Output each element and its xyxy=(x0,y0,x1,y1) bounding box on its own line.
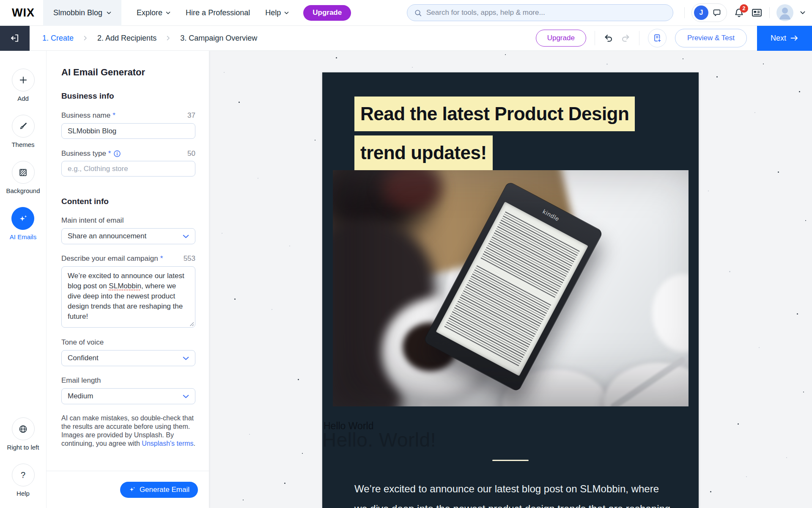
editor-left-rail: Add Themes Background AI Emails Right t xyxy=(0,51,47,508)
editor-stage: Read the latest Product Design trend upd… xyxy=(209,51,812,508)
photo-vignette xyxy=(333,170,689,406)
required-asterisk: * xyxy=(112,111,115,120)
upgrade-button-toolbar[interactable]: Upgrade xyxy=(536,30,586,47)
toolbar-actions: Upgrade Preview & Test Next xyxy=(536,26,812,50)
ai-disclaimer: AI can make mistakes, so double-check th… xyxy=(61,414,195,448)
save-template-button[interactable] xyxy=(648,29,667,47)
arrow-right-icon xyxy=(790,35,798,41)
email-title-line[interactable]: Read the latest Product Design xyxy=(354,97,635,131)
preview-test-button[interactable]: Preview & Test xyxy=(675,29,747,47)
content-info-heading: Content info xyxy=(61,197,195,206)
next-button[interactable]: Next xyxy=(757,26,812,51)
rail-item-themes[interactable]: Themes xyxy=(11,115,34,148)
tone-label: Tone of voice xyxy=(61,338,195,347)
chevron-down-icon xyxy=(183,356,189,360)
main-intent-label: Main intent of email xyxy=(61,216,195,225)
email-length-select[interactable]: Medium xyxy=(61,388,195,404)
char-counter: 50 xyxy=(187,149,195,158)
step-create[interactable]: 1. Create xyxy=(42,34,74,43)
search-icon xyxy=(414,9,422,17)
business-type-input[interactable] xyxy=(61,161,195,177)
email-image-kindle[interactable]: kindle xyxy=(333,170,689,406)
upgrade-button-topbar[interactable]: Upgrade xyxy=(303,5,351,21)
describe-label-row: Describe your email campaign * 553 xyxy=(61,254,195,263)
site-name-menu[interactable]: Slmobbin Blog xyxy=(43,0,121,26)
chevron-down-icon xyxy=(166,11,170,14)
email-title-line[interactable]: trend updates! xyxy=(354,135,493,170)
chevron-right-icon xyxy=(167,36,170,41)
wix-logo[interactable]: WIX xyxy=(12,6,35,19)
step-add-recipients[interactable]: 2. Add Recipients xyxy=(97,34,156,43)
account-avatar[interactable] xyxy=(776,4,793,21)
global-search[interactable] xyxy=(407,4,673,21)
rail-item-right-to-left[interactable]: Right to left xyxy=(7,417,39,451)
main-intent-select[interactable]: Share an announcement xyxy=(61,228,195,244)
notifications-bell[interactable]: 2 xyxy=(734,8,744,18)
rail-item-help[interactable]: ? Help xyxy=(12,464,35,497)
chat-icon xyxy=(712,8,721,17)
exit-editor-button[interactable] xyxy=(0,26,30,51)
ai-email-generator-panel: AI Email Generator Business info Busines… xyxy=(47,51,209,508)
avatar: J xyxy=(694,6,708,20)
divider xyxy=(639,31,639,45)
sparkle-icon xyxy=(129,486,136,493)
business-type-label-row: Business type * 50 xyxy=(61,149,195,158)
divider xyxy=(595,31,595,45)
top-navbar: WIX Slmobbin Blog Explore Hire a Profess… xyxy=(0,0,812,26)
email-divider[interactable] xyxy=(492,460,529,461)
chevron-down-icon xyxy=(183,395,189,398)
globe-icon xyxy=(12,417,35,440)
question-mark-icon: ? xyxy=(12,464,35,486)
inbox-pill[interactable]: J xyxy=(691,3,727,22)
required-asterisk: * xyxy=(108,149,111,158)
email-canvas[interactable]: Read the latest Product Design trend upd… xyxy=(322,72,699,508)
char-counter: 553 xyxy=(184,254,195,263)
generate-email-button[interactable]: Generate Email xyxy=(120,482,198,498)
char-counter: 37 xyxy=(187,111,195,120)
paintbrush-icon xyxy=(12,115,35,138)
nav-help[interactable]: Help xyxy=(265,8,289,17)
plus-icon xyxy=(12,69,35,91)
breadcrumb: 1. Create 2. Add Recipients 3. Campaign … xyxy=(42,34,257,43)
redo-icon[interactable] xyxy=(621,33,631,43)
divider xyxy=(769,7,770,18)
misspelled-word: SLMobbin xyxy=(109,282,141,290)
email-length-label: Email length xyxy=(61,376,195,385)
describe-campaign-textarea[interactable]: We’re excited to announce our latest blo… xyxy=(61,266,195,328)
nav-explore[interactable]: Explore xyxy=(137,8,170,17)
chevron-down-icon xyxy=(284,11,289,14)
unsplash-terms-link[interactable]: Unsplash's terms xyxy=(142,440,193,447)
ai-sparkles-icon xyxy=(11,207,34,230)
divider xyxy=(684,7,685,18)
email-title-block[interactable]: Read the latest Product Design trend upd… xyxy=(354,97,635,174)
email-body-text[interactable]: We’re excited to announce our latest blo… xyxy=(354,479,671,508)
notification-badge: 2 xyxy=(740,4,748,13)
undo-icon[interactable] xyxy=(604,33,613,43)
chevron-down-icon xyxy=(183,235,189,238)
editor-toolbar: 1. Create 2. Add Recipients 3. Campaign … xyxy=(0,26,812,51)
rail-item-ai-emails[interactable]: AI Emails xyxy=(10,207,36,240)
nav-hire-a-professional[interactable]: Hire a Professional xyxy=(186,8,250,17)
step-campaign-overview[interactable]: 3. Campaign Overview xyxy=(180,34,257,43)
info-icon[interactable] xyxy=(113,150,121,157)
tone-of-voice-select[interactable]: Confident xyxy=(61,350,195,366)
business-info-heading: Business info xyxy=(61,91,195,101)
panel-title: AI Email Generator xyxy=(61,67,195,78)
search-input[interactable] xyxy=(426,8,666,17)
topbar-right-icons: J 2 xyxy=(684,3,805,22)
site-name-label: Slmobbin Blog xyxy=(53,8,102,17)
email-heading-large[interactable]: Hello. World! xyxy=(322,428,436,451)
business-name-label-row: Business name * 37 xyxy=(61,111,195,120)
rail-item-background[interactable]: Background xyxy=(6,161,40,194)
chevron-down-icon xyxy=(107,11,111,14)
chevron-down-icon[interactable] xyxy=(800,11,805,14)
news-icon[interactable] xyxy=(751,8,763,18)
required-asterisk: * xyxy=(160,254,163,263)
background-pattern-icon xyxy=(12,161,35,184)
chevron-right-icon xyxy=(84,36,87,41)
rail-item-add[interactable]: Add xyxy=(12,69,35,102)
panel-footer: Generate Email xyxy=(47,471,209,508)
business-name-input[interactable] xyxy=(61,123,195,139)
